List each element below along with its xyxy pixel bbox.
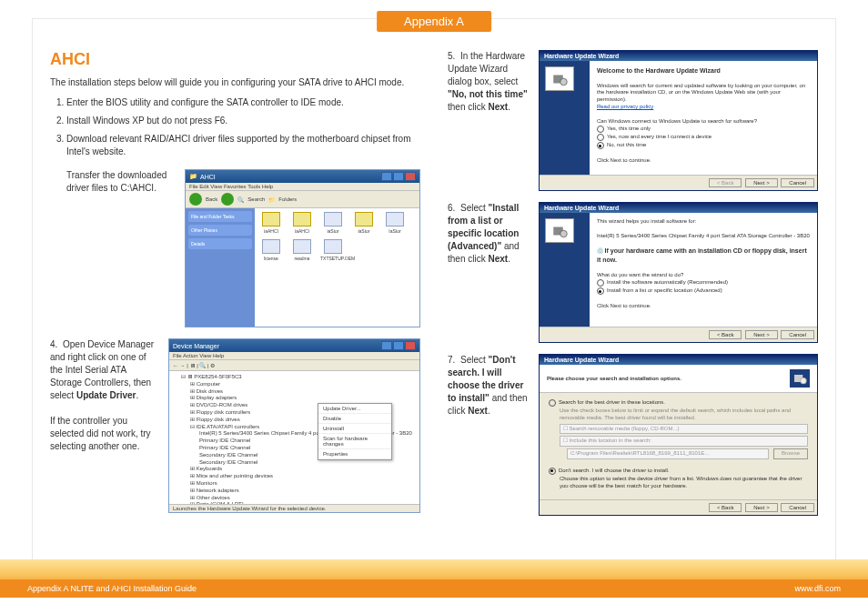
check-removable: ☐ Search removable media (floppy, CD-ROM… bbox=[560, 424, 808, 435]
explorer-title: AHCI bbox=[200, 174, 216, 180]
step5-block: 5. In the Hardware Update Wizard dialog … bbox=[448, 50, 818, 191]
file-item[interactable]: readme bbox=[289, 239, 315, 261]
back-button[interactable]: < Back bbox=[709, 503, 742, 512]
devmgr-title: Device Manager bbox=[173, 343, 219, 349]
wizard-footer: < Back Next > Cancel bbox=[540, 175, 817, 190]
click-next-text: Click Next to continue. bbox=[597, 157, 651, 163]
forward-icon[interactable] bbox=[221, 193, 234, 206]
wizard3-screenshot: Hardware Update Wizard Please choose you… bbox=[539, 354, 818, 516]
step-1: Enter the BIOS utility and configure the… bbox=[66, 96, 420, 109]
svg-point-3 bbox=[560, 230, 568, 237]
ctx-properties[interactable]: Properties bbox=[318, 449, 391, 459]
wizard-side bbox=[540, 213, 590, 327]
minimize-icon[interactable] bbox=[381, 172, 392, 181]
svg-point-5 bbox=[801, 377, 807, 384]
maximize-icon[interactable] bbox=[393, 341, 404, 350]
wizard-titlebar: Hardware Update Wizard bbox=[540, 51, 817, 61]
file-item[interactable]: license bbox=[258, 239, 284, 261]
wizard-question: What do you want the wizard to do? bbox=[597, 272, 683, 277]
content-area: AHCI The installation steps below will g… bbox=[50, 50, 818, 559]
svg-point-1 bbox=[560, 78, 568, 86]
radio-yes-always[interactable]: Yes, now and every time I connect a devi… bbox=[597, 134, 810, 141]
step6-num: 6. bbox=[448, 202, 460, 215]
tree-item[interactable]: ⊞ Computer bbox=[172, 381, 417, 388]
intro-text: The installation steps below will guide … bbox=[50, 76, 420, 89]
step7-text: 7. Select "Don't search. I will choose t… bbox=[448, 354, 530, 516]
tree-item[interactable]: ⊞ Other devices bbox=[172, 495, 417, 502]
wizard-footer: < Back Next > Cancel bbox=[540, 499, 817, 515]
radio-yes-once[interactable]: Yes, this time only bbox=[597, 126, 810, 133]
step4-bold: Update Driver bbox=[76, 390, 136, 400]
devmgr-screenshot: Device Manager File Action View Help ← →… bbox=[168, 338, 420, 513]
step7-block: 7. Select "Don't search. I will choose t… bbox=[448, 354, 818, 516]
tree-item[interactable]: ⊞ Monitors bbox=[172, 480, 417, 488]
steps-list: Enter the BIOS utility and configure the… bbox=[50, 96, 420, 158]
tree-item[interactable]: ⊞ Disk drives bbox=[172, 388, 417, 396]
next-button[interactable]: Next > bbox=[745, 178, 778, 187]
file-item[interactable]: iaStor bbox=[320, 212, 346, 234]
file-item[interactable]: IaStor bbox=[382, 212, 408, 234]
step5-num: 5. bbox=[448, 50, 460, 63]
folder-icon: 📁 bbox=[189, 173, 197, 180]
explorer-toolbar: Back 🔍Search 📁Folders bbox=[186, 191, 419, 208]
cancel-button[interactable]: Cancel bbox=[781, 330, 814, 339]
radio-no[interactable]: No, not this time bbox=[597, 142, 810, 149]
step6-block: 6. Select "Install from a list or specif… bbox=[448, 202, 818, 343]
file-item[interactable]: iaAHCI bbox=[258, 212, 284, 234]
wizard-subtext2: Choose this option to select the device … bbox=[560, 476, 808, 490]
tree-item[interactable]: ⊞ Mice and other pointing devices bbox=[172, 473, 417, 480]
back-icon[interactable] bbox=[189, 193, 202, 206]
devmgr-titlebar: Device Manager bbox=[169, 339, 419, 352]
wizard1-screenshot: Hardware Update Wizard Welcome to the Ha… bbox=[539, 50, 818, 191]
cancel-button[interactable]: Cancel bbox=[781, 178, 814, 187]
minimize-icon[interactable] bbox=[381, 341, 392, 350]
back-label: Back bbox=[206, 196, 217, 202]
devmgr-menubar: File Action View Help bbox=[169, 352, 419, 360]
radio-auto[interactable]: Install the software automatically (Reco… bbox=[597, 279, 810, 287]
wizard-footer: < Back Next > Cancel bbox=[540, 327, 817, 342]
left-column: AHCI The installation steps below will g… bbox=[50, 50, 420, 559]
wizard-titlebar: Hardware Update Wizard bbox=[540, 355, 817, 365]
close-icon[interactable] bbox=[405, 172, 416, 181]
gear-chip-icon bbox=[545, 66, 574, 91]
close-icon[interactable] bbox=[405, 341, 416, 350]
wizard-body-text: Windows will search for current and upda… bbox=[597, 83, 805, 103]
tree-item[interactable]: ⊞ Display adapters bbox=[172, 395, 417, 402]
ctx-update-driver[interactable]: Update Driver... bbox=[318, 404, 391, 414]
wizard-subtext: Use the check boxes below to limit or ex… bbox=[560, 408, 808, 422]
explorer-body: File and Folder Tasks Other Places Detai… bbox=[186, 208, 419, 327]
path-field: C:\Program Files\Realtek\RTL8168_8169_81… bbox=[567, 448, 769, 459]
radio-search[interactable]: Search for the best driver in these loca… bbox=[549, 399, 808, 407]
tree-item[interactable]: ⊞ Network adapters bbox=[172, 488, 417, 495]
radio-dont-search[interactable]: Don't search. I will choose the driver t… bbox=[549, 468, 808, 475]
right-column: 5. In the Hardware Update Wizard dialog … bbox=[448, 50, 818, 559]
tree-item[interactable]: ⊞ Keyboards bbox=[172, 466, 417, 473]
files-pane: iaAHCI iaAHCI iaStor iaStor IaStor licen… bbox=[255, 208, 419, 327]
file-item[interactable]: iaStor bbox=[351, 212, 377, 234]
tree-root[interactable]: ⊟ 🖥 PXE8254-5F0F5C3 bbox=[172, 374, 417, 381]
ctx-scan[interactable]: Scan for hardware changes bbox=[318, 434, 391, 449]
maximize-icon[interactable] bbox=[393, 172, 404, 181]
transfer-text: Transfer the downloaded driver files to … bbox=[66, 169, 176, 327]
appendix-tab: Appendix A bbox=[377, 11, 491, 32]
wizard-head: This wizard helps you install software f… bbox=[597, 218, 696, 224]
step4-text: 4. Open Device Manager and right click o… bbox=[50, 338, 159, 513]
explorer-titlebar: 📁 AHCI bbox=[186, 170, 419, 183]
step7-num: 7. bbox=[448, 354, 460, 367]
radio-advanced[interactable]: Install from a list or specific location… bbox=[597, 287, 810, 295]
step4-block: 4. Open Device Manager and right click o… bbox=[50, 338, 420, 513]
ctx-disable[interactable]: Disable bbox=[318, 414, 391, 424]
wizard2-screenshot: Hardware Update Wizard This wizard helps… bbox=[539, 202, 818, 343]
wizard-side bbox=[540, 61, 590, 175]
context-menu: Update Driver... Disable Uninstall Scan … bbox=[318, 403, 392, 460]
transfer-block: Transfer the downloaded driver files to … bbox=[50, 169, 420, 327]
file-item[interactable]: TXTSETUP.OEM bbox=[320, 239, 346, 261]
next-button[interactable]: Next > bbox=[745, 503, 778, 512]
privacy-link[interactable]: Read our privacy policy bbox=[597, 104, 653, 109]
ctx-uninstall[interactable]: Uninstall bbox=[318, 424, 391, 434]
back-button[interactable]: < Back bbox=[709, 330, 742, 339]
cancel-button[interactable]: Cancel bbox=[781, 503, 814, 512]
file-item[interactable]: iaAHCI bbox=[289, 212, 315, 234]
side-panel-details: Details bbox=[188, 238, 252, 249]
next-button[interactable]: Next > bbox=[745, 330, 778, 339]
